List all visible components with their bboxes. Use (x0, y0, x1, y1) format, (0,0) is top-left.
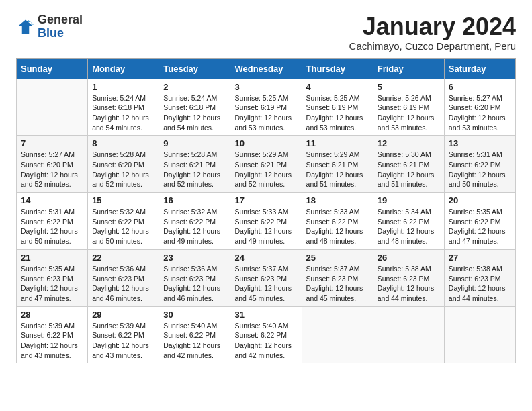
calendar-cell: 29Sunrise: 5:39 AM Sunset: 6:22 PM Dayli… (88, 306, 159, 363)
logo-text: General Blue (38, 13, 83, 40)
day-info: Sunrise: 5:31 AM Sunset: 6:22 PM Dayligh… (21, 207, 83, 246)
calendar-cell: 11Sunrise: 5:29 AM Sunset: 6:21 PM Dayli… (302, 136, 373, 193)
day-number: 27 (449, 253, 511, 263)
day-number: 21 (21, 253, 83, 263)
calendar-body: 1Sunrise: 5:24 AM Sunset: 6:18 PM Daylig… (17, 79, 516, 363)
day-info: Sunrise: 5:40 AM Sunset: 6:22 PM Dayligh… (234, 321, 297, 361)
week-row-4: 21Sunrise: 5:35 AM Sunset: 6:23 PM Dayli… (17, 249, 516, 306)
calendar-cell: 6Sunrise: 5:27 AM Sunset: 6:20 PM Daylig… (444, 79, 515, 136)
calendar-cell: 9Sunrise: 5:28 AM Sunset: 6:21 PM Daylig… (159, 136, 230, 193)
header-row: SundayMondayTuesdayWednesdayThursdayFrid… (17, 58, 516, 79)
week-row-1: 1Sunrise: 5:24 AM Sunset: 6:18 PM Daylig… (17, 79, 516, 136)
logo-icon (16, 17, 35, 36)
day-info: Sunrise: 5:28 AM Sunset: 6:20 PM Dayligh… (92, 150, 154, 189)
logo: General Blue (16, 13, 83, 40)
calendar-cell: 12Sunrise: 5:30 AM Sunset: 6:21 PM Dayli… (373, 136, 444, 193)
calendar-cell (302, 306, 373, 363)
calendar-cell: 21Sunrise: 5:35 AM Sunset: 6:23 PM Dayli… (17, 249, 88, 306)
day-number: 4 (306, 82, 369, 92)
calendar-cell: 3Sunrise: 5:25 AM Sunset: 6:19 PM Daylig… (230, 79, 302, 136)
calendar-cell: 26Sunrise: 5:38 AM Sunset: 6:23 PM Dayli… (373, 249, 444, 306)
header-cell-wednesday: Wednesday (230, 58, 302, 79)
day-info: Sunrise: 5:39 AM Sunset: 6:22 PM Dayligh… (92, 321, 154, 361)
calendar-cell: 7Sunrise: 5:27 AM Sunset: 6:20 PM Daylig… (17, 136, 88, 193)
day-info: Sunrise: 5:29 AM Sunset: 6:21 PM Dayligh… (306, 150, 369, 189)
month-title: January 2024 (349, 13, 516, 40)
day-info: Sunrise: 5:35 AM Sunset: 6:22 PM Dayligh… (449, 207, 511, 246)
day-info: Sunrise: 5:27 AM Sunset: 6:20 PM Dayligh… (449, 93, 511, 133)
calendar-cell (17, 79, 88, 136)
calendar-cell: 20Sunrise: 5:35 AM Sunset: 6:22 PM Dayli… (444, 193, 515, 250)
title-area: January 2024 Cachimayo, Cuzco Department… (349, 13, 516, 52)
calendar-cell: 31Sunrise: 5:40 AM Sunset: 6:22 PM Dayli… (230, 306, 302, 363)
day-info: Sunrise: 5:39 AM Sunset: 6:22 PM Dayligh… (21, 321, 83, 361)
header: General Blue January 2024 Cachimayo, Cuz… (16, 13, 516, 52)
day-number: 19 (378, 195, 440, 205)
day-number: 26 (378, 253, 440, 263)
day-info: Sunrise: 5:24 AM Sunset: 6:18 PM Dayligh… (92, 93, 154, 133)
calendar-cell: 23Sunrise: 5:36 AM Sunset: 6:23 PM Dayli… (159, 249, 230, 306)
day-info: Sunrise: 5:33 AM Sunset: 6:22 PM Dayligh… (306, 207, 369, 246)
calendar-cell: 22Sunrise: 5:36 AM Sunset: 6:23 PM Dayli… (88, 249, 159, 306)
calendar-cell: 18Sunrise: 5:33 AM Sunset: 6:22 PM Dayli… (302, 193, 373, 250)
day-info: Sunrise: 5:38 AM Sunset: 6:23 PM Dayligh… (378, 264, 440, 304)
calendar-cell: 1Sunrise: 5:24 AM Sunset: 6:18 PM Daylig… (88, 79, 159, 136)
day-number: 18 (306, 195, 369, 205)
header-cell-friday: Friday (373, 58, 444, 79)
day-number: 2 (163, 82, 226, 92)
day-info: Sunrise: 5:25 AM Sunset: 6:19 PM Dayligh… (306, 93, 369, 133)
day-number: 12 (378, 138, 440, 148)
day-info: Sunrise: 5:24 AM Sunset: 6:18 PM Dayligh… (163, 93, 226, 133)
day-info: Sunrise: 5:31 AM Sunset: 6:22 PM Dayligh… (449, 150, 511, 189)
week-row-5: 28Sunrise: 5:39 AM Sunset: 6:22 PM Dayli… (17, 306, 516, 363)
day-info: Sunrise: 5:25 AM Sunset: 6:19 PM Dayligh… (234, 93, 297, 133)
subtitle: Cachimayo, Cuzco Department, Peru (349, 40, 516, 52)
calendar-table: SundayMondayTuesdayWednesdayThursdayFrid… (16, 58, 516, 364)
day-number: 22 (92, 253, 154, 263)
calendar-cell: 27Sunrise: 5:38 AM Sunset: 6:23 PM Dayli… (444, 249, 515, 306)
calendar-cell: 19Sunrise: 5:34 AM Sunset: 6:22 PM Dayli… (373, 193, 444, 250)
calendar-cell: 2Sunrise: 5:24 AM Sunset: 6:18 PM Daylig… (159, 79, 230, 136)
day-number: 11 (306, 138, 369, 148)
day-info: Sunrise: 5:28 AM Sunset: 6:21 PM Dayligh… (163, 150, 226, 189)
day-number: 31 (234, 310, 297, 320)
day-number: 16 (163, 195, 226, 205)
header-cell-saturday: Saturday (444, 58, 515, 79)
day-number: 20 (449, 195, 511, 205)
day-number: 1 (92, 82, 154, 92)
calendar-cell: 10Sunrise: 5:29 AM Sunset: 6:21 PM Dayli… (230, 136, 302, 193)
logo-blue: Blue (38, 27, 83, 40)
calendar-cell: 13Sunrise: 5:31 AM Sunset: 6:22 PM Dayli… (444, 136, 515, 193)
week-row-2: 7Sunrise: 5:27 AM Sunset: 6:20 PM Daylig… (17, 136, 516, 193)
calendar-cell (373, 306, 444, 363)
day-number: 10 (234, 138, 297, 148)
day-info: Sunrise: 5:27 AM Sunset: 6:20 PM Dayligh… (21, 150, 83, 189)
header-cell-tuesday: Tuesday (159, 58, 230, 79)
day-number: 9 (163, 138, 226, 148)
day-info: Sunrise: 5:36 AM Sunset: 6:23 PM Dayligh… (92, 264, 154, 304)
calendar-cell: 4Sunrise: 5:25 AM Sunset: 6:19 PM Daylig… (302, 79, 373, 136)
day-number: 13 (449, 138, 511, 148)
day-number: 30 (163, 310, 226, 320)
day-number: 23 (163, 253, 226, 263)
day-number: 7 (21, 138, 83, 148)
day-info: Sunrise: 5:32 AM Sunset: 6:22 PM Dayligh… (163, 207, 226, 246)
header-cell-thursday: Thursday (302, 58, 373, 79)
day-number: 5 (378, 82, 440, 92)
day-number: 25 (306, 253, 369, 263)
day-number: 29 (92, 310, 154, 320)
calendar-cell: 8Sunrise: 5:28 AM Sunset: 6:20 PM Daylig… (88, 136, 159, 193)
day-info: Sunrise: 5:32 AM Sunset: 6:22 PM Dayligh… (92, 207, 154, 246)
header-cell-monday: Monday (88, 58, 159, 79)
day-number: 14 (21, 195, 83, 205)
day-info: Sunrise: 5:38 AM Sunset: 6:23 PM Dayligh… (449, 264, 511, 304)
calendar-cell: 24Sunrise: 5:37 AM Sunset: 6:23 PM Dayli… (230, 249, 302, 306)
day-info: Sunrise: 5:30 AM Sunset: 6:21 PM Dayligh… (378, 150, 440, 189)
day-number: 8 (92, 138, 154, 148)
day-info: Sunrise: 5:35 AM Sunset: 6:23 PM Dayligh… (21, 264, 83, 304)
calendar-cell: 17Sunrise: 5:33 AM Sunset: 6:22 PM Dayli… (230, 193, 302, 250)
calendar-cell: 15Sunrise: 5:32 AM Sunset: 6:22 PM Dayli… (88, 193, 159, 250)
week-row-3: 14Sunrise: 5:31 AM Sunset: 6:22 PM Dayli… (17, 193, 516, 250)
day-number: 6 (449, 82, 511, 92)
calendar-cell: 25Sunrise: 5:37 AM Sunset: 6:23 PM Dayli… (302, 249, 373, 306)
